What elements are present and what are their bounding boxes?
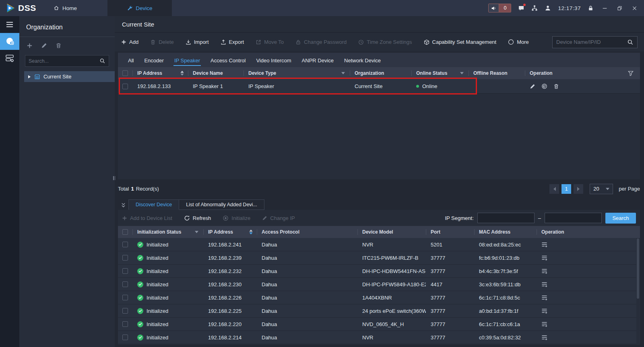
sort-icon[interactable] bbox=[180, 71, 184, 76]
filter-caret-icon[interactable] bbox=[341, 72, 345, 74]
delete-device-button[interactable]: Delete bbox=[150, 39, 174, 45]
rail-item-device-manager[interactable] bbox=[0, 33, 19, 50]
ip-segment-search-button[interactable]: Search bbox=[605, 213, 636, 224]
sitemap-icon[interactable] bbox=[531, 5, 538, 11]
restore-button[interactable] bbox=[615, 4, 623, 12]
discovered-device-row[interactable]: Initialized 192.168.2.225 Dahua 24 ports… bbox=[118, 304, 640, 318]
row-checkbox[interactable] bbox=[122, 281, 128, 287]
cell-init-status: Initialized bbox=[132, 242, 203, 248]
device-search-input[interactable] bbox=[556, 39, 627, 45]
tab-access-control[interactable]: Access Control bbox=[205, 57, 251, 67]
add-to-list-icon[interactable] bbox=[541, 255, 548, 261]
change-ip-button[interactable]: Change IP bbox=[262, 215, 295, 221]
row-checkbox[interactable] bbox=[122, 321, 128, 327]
row-checkbox[interactable] bbox=[122, 84, 128, 89]
tab-video-intercom[interactable]: Video Intercom bbox=[251, 57, 296, 67]
alarm-widget[interactable]: 0 bbox=[488, 4, 511, 12]
change-password-button[interactable]: Change Password bbox=[295, 39, 347, 45]
tree-item-current-site[interactable]: Current Site bbox=[24, 71, 115, 82]
search-icon[interactable] bbox=[627, 39, 634, 45]
user-icon[interactable] bbox=[545, 5, 551, 11]
col-device-type[interactable]: Device Type bbox=[244, 67, 350, 79]
tab-network-device[interactable]: Network Device bbox=[339, 57, 386, 67]
tab-home[interactable]: Home bbox=[45, 0, 85, 16]
ip-segment-end-input[interactable] bbox=[545, 213, 602, 223]
import-button[interactable]: Import bbox=[186, 39, 209, 45]
add-to-device-list-button[interactable]: Add to Device List bbox=[122, 215, 172, 221]
rail-item-server-config[interactable] bbox=[0, 50, 19, 67]
refresh-button[interactable]: Refresh bbox=[184, 215, 211, 221]
cell-ip: 192.168.2.239 bbox=[203, 255, 257, 261]
lock-icon[interactable] bbox=[588, 5, 594, 11]
row-checkbox[interactable] bbox=[122, 308, 128, 314]
discovered-device-row[interactable]: Initialized 192.168.2.232 Dahua DH-IPC-H… bbox=[118, 265, 640, 278]
tab-device[interactable]: Device bbox=[107, 0, 172, 16]
tab-encoder[interactable]: Encoder bbox=[139, 57, 169, 67]
per-page-select[interactable]: 20 bbox=[590, 184, 613, 194]
vertical-scrollbar[interactable] bbox=[636, 238, 640, 345]
discovered-device-row[interactable]: Initialized 192.168.2.214 Dahua NVR 3777… bbox=[118, 331, 640, 344]
add-to-list-icon[interactable] bbox=[541, 335, 548, 341]
row-checkbox[interactable] bbox=[122, 295, 128, 300]
minimize-button[interactable] bbox=[601, 4, 609, 12]
col-ip-address[interactable]: IP Address bbox=[132, 67, 188, 79]
tab-all[interactable]: All bbox=[123, 57, 139, 67]
select-all-checkbox[interactable] bbox=[122, 229, 128, 235]
edit-device-icon[interactable] bbox=[530, 84, 535, 89]
discovered-device-row[interactable]: Initialized 192.168.2.239 Dahua ITC215-P… bbox=[118, 251, 640, 265]
add-to-list-icon[interactable] bbox=[541, 242, 548, 248]
discovered-device-row[interactable]: Initialized 192.168.2.241 Dahua NVR 5201… bbox=[118, 238, 640, 251]
row-checkbox[interactable] bbox=[122, 242, 128, 247]
edit-org-icon[interactable] bbox=[41, 43, 47, 49]
next-page-button[interactable] bbox=[574, 184, 583, 194]
tab-discover-device[interactable]: Discover Device bbox=[128, 199, 179, 210]
add-to-list-icon[interactable] bbox=[541, 281, 548, 287]
export-button[interactable]: Export bbox=[221, 39, 244, 45]
ip-segment-start-input[interactable] bbox=[477, 213, 535, 223]
add-org-icon[interactable] bbox=[27, 43, 33, 49]
menu-toggle-button[interactable] bbox=[0, 16, 19, 33]
tree-expand-caret-icon[interactable] bbox=[28, 75, 31, 79]
web-config-icon[interactable] bbox=[541, 83, 547, 89]
tab-ip-speaker[interactable]: IP Speaker bbox=[169, 57, 205, 67]
prev-page-button[interactable] bbox=[549, 184, 559, 194]
tab-anpr-device[interactable]: ANPR Device bbox=[297, 57, 339, 67]
device-row-192-168-2-133[interactable]: 192.168.2.133 IP Speaker 1 IP Speaker Cu… bbox=[118, 79, 640, 94]
select-all-checkbox[interactable] bbox=[122, 70, 128, 76]
message-button[interactable] bbox=[518, 5, 524, 11]
add-to-list-icon[interactable] bbox=[541, 321, 548, 327]
filter-funnel-icon[interactable] bbox=[628, 71, 634, 76]
add-to-list-icon[interactable] bbox=[541, 295, 548, 301]
add-to-list-icon[interactable] bbox=[541, 308, 548, 314]
delete-device-icon[interactable] bbox=[553, 84, 559, 89]
delete-org-icon[interactable] bbox=[56, 43, 62, 49]
col-initialization-status[interactable]: Initialization Status bbox=[132, 226, 203, 238]
page-1-button[interactable]: 1 bbox=[561, 184, 571, 194]
row-checkbox[interactable] bbox=[122, 335, 128, 340]
row-checkbox[interactable] bbox=[122, 255, 128, 261]
initialized-check-icon bbox=[137, 295, 143, 301]
close-button[interactable] bbox=[630, 4, 638, 12]
move-to-button[interactable]: Move To bbox=[256, 39, 284, 45]
initialize-button[interactable]: Initialize bbox=[223, 215, 250, 221]
more-button[interactable]: More bbox=[508, 39, 529, 45]
search-icon[interactable] bbox=[99, 58, 105, 64]
time-zone-settings-button[interactable]: Time Zone Settings bbox=[358, 39, 412, 45]
tab-abnormally-added[interactable]: List of Abnormally Added Devi... bbox=[179, 199, 264, 210]
collapse-panel-button[interactable] bbox=[118, 203, 128, 210]
discovered-device-row[interactable]: Initialized 192.168.2.230 Dahua DH-IPC-P… bbox=[118, 278, 640, 291]
row-checkbox[interactable] bbox=[122, 268, 128, 274]
col-online-status[interactable]: Online Status bbox=[411, 67, 469, 79]
discovered-device-row[interactable]: Initialized 192.168.2.220 Dahua NVD_0605… bbox=[118, 318, 640, 331]
organization-search-input[interactable] bbox=[29, 58, 99, 64]
col-ip-address[interactable]: IP Address bbox=[203, 226, 257, 238]
panel-resize-grip[interactable] bbox=[113, 176, 115, 180]
add-device-button[interactable]: Add bbox=[121, 39, 138, 45]
filter-caret-icon[interactable] bbox=[460, 72, 464, 74]
scrollbar-thumb[interactable] bbox=[637, 238, 639, 299]
capability-set-management-button[interactable]: Capability Set Management bbox=[424, 39, 497, 45]
add-to-list-icon[interactable] bbox=[541, 268, 548, 274]
sort-icon[interactable] bbox=[249, 230, 253, 234]
discovered-device-row[interactable]: Initialized 192.168.2.226 Dahua 1A404XBN… bbox=[118, 291, 640, 304]
filter-caret-icon[interactable] bbox=[195, 231, 198, 233]
